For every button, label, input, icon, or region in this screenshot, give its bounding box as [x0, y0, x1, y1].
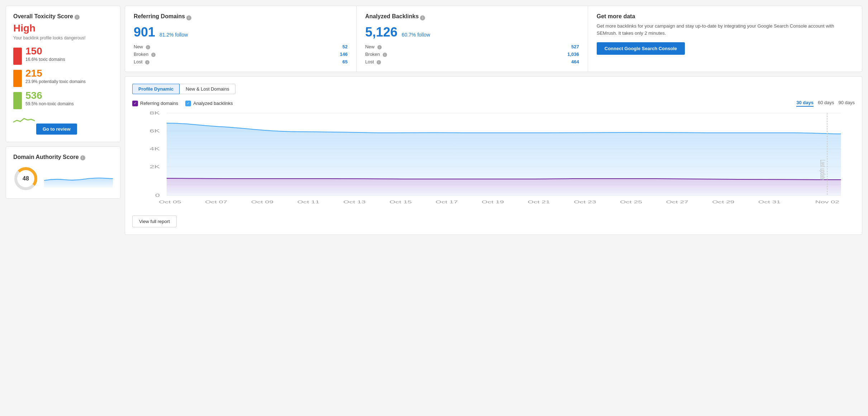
analyzed-backlinks-block: Analyzed Backlinks i 5,126 60.7% follow … [357, 6, 588, 72]
score-info-toxic: 150 16.6% toxic domains [25, 46, 65, 62]
domain-authority-card: Domain Authority Score i 48 [6, 146, 120, 199]
bar-orange [13, 70, 22, 87]
referring-lost-value: 65 [342, 59, 347, 64]
right-panel: Referring Domains i 901 81.2% follow New… [125, 6, 862, 235]
svg-text:Oct 13: Oct 13 [343, 200, 366, 204]
donut-chart: 48 [13, 166, 38, 191]
legend-checkbox-purple[interactable]: ✓ [132, 101, 138, 106]
score-desc-nontoxic: 59.5% non-toxic domains [25, 101, 74, 106]
referring-new-label: New i [134, 44, 150, 49]
analyzed-broken-row: Broken i 1,036 [365, 52, 579, 57]
domain-authority-info-icon[interactable]: i [80, 155, 85, 160]
tab-profile-dynamic[interactable]: Profile Dynamic [132, 84, 180, 94]
score-row-toxic: 150 16.6% toxic domains [13, 46, 113, 65]
wave-icon [13, 115, 35, 126]
ref-new-info[interactable]: i [146, 45, 150, 49]
chart-legend: ✓ Referring domains ✓ Analyzed backlinks [132, 101, 233, 106]
days-selector: 30 days 60 days 90 days [796, 100, 855, 107]
analyzed-backlinks-follow: 60.7% follow [402, 32, 430, 38]
tab-new-lost-domains[interactable]: New & Lost Domains [180, 84, 235, 94]
analyzed-broken-label: Broken i [365, 52, 387, 57]
purple-area [167, 178, 841, 195]
svg-text:Oct 31: Oct 31 [758, 200, 781, 204]
days-30-option[interactable]: 30 days [796, 100, 814, 107]
svg-text:Oct 11: Oct 11 [297, 200, 319, 204]
domain-authority-content: 48 [13, 166, 113, 191]
chart-card: Profile Dynamic New & Lost Domains ✓ Ref… [125, 76, 862, 235]
svg-text:Oct 27: Oct 27 [666, 200, 688, 204]
referring-new-row: New i 52 [134, 44, 348, 49]
referring-broken-label: Broken i [134, 52, 156, 57]
score-row-nontoxic: 536 59.5% non-toxic domains [13, 91, 113, 109]
toxicity-title: Overall Toxicity Score [13, 13, 73, 20]
main-container: Overall Toxicity Score i High Your backl… [6, 6, 862, 235]
svg-text:2K: 2K [150, 164, 160, 169]
chart-svg: 8K 6K 4K 2K 0 Oct 05 Oct 07 [132, 110, 855, 210]
score-bars: 150 16.6% toxic domains 215 23.9% potent… [13, 46, 113, 109]
legend-analyzed-label: Analyzed backlinks [193, 101, 233, 106]
ab-broken-info[interactable]: i [383, 53, 387, 57]
analyzed-backlinks-title: Analyzed Backlinks [365, 13, 419, 20]
score-row-potentially-toxic: 215 23.9% potentially toxic domains [13, 68, 113, 87]
svg-text:0: 0 [155, 193, 160, 198]
legend-referring-domains: ✓ Referring domains [132, 101, 178, 106]
ab-new-info[interactable]: i [377, 45, 382, 49]
ref-lost-info[interactable]: i [145, 60, 149, 64]
referring-broken-row: Broken i 146 [134, 52, 348, 57]
svg-text:Oct 21: Oct 21 [528, 200, 550, 204]
score-desc-potentially-toxic: 23.9% potentially toxic domains [25, 79, 86, 84]
days-60-option[interactable]: 60 days [818, 100, 834, 107]
svg-text:8K: 8K [150, 111, 160, 116]
legend-analyzed-backlinks: ✓ Analyzed backlinks [185, 101, 233, 106]
analyzed-broken-value: 1,036 [567, 52, 579, 57]
days-90-option[interactable]: 90 days [838, 100, 855, 107]
svg-text:Oct 07: Oct 07 [205, 200, 227, 204]
referring-lost-row: Lost i 65 [134, 59, 348, 64]
legend-checkbox-blue[interactable]: ✓ [185, 101, 191, 106]
analyzed-backlinks-info-icon[interactable]: i [420, 15, 425, 20]
score-info-potentially-toxic: 215 23.9% potentially toxic domains [25, 68, 86, 84]
get-more-description: Get more backlinks for your campaign and… [597, 23, 853, 37]
ref-broken-info[interactable]: i [151, 53, 156, 57]
chart-tabs: Profile Dynamic New & Lost Domains [132, 84, 855, 94]
view-full-report-button[interactable]: View full report [132, 216, 177, 227]
left-panel: Overall Toxicity Score i High Your backl… [6, 6, 120, 235]
domain-authority-title: Domain Authority Score [13, 154, 79, 160]
da-trend-chart [44, 170, 113, 188]
score-value-potentially-toxic: 215 [25, 68, 86, 78]
svg-text:Oct 19: Oct 19 [482, 200, 504, 204]
svg-text:4K: 4K [150, 146, 160, 151]
analyzed-new-label: New i [365, 44, 382, 49]
go-to-review-button[interactable]: Go to review [36, 124, 77, 135]
referring-domains-title: Referring Domains [134, 13, 185, 20]
referring-domains-number: 901 [134, 25, 155, 39]
referring-domains-info-icon[interactable]: i [186, 15, 191, 20]
connect-google-search-console-button[interactable]: Connect Google Search Console [597, 42, 685, 55]
referring-new-value: 52 [342, 44, 347, 49]
analyzed-lost-row: Lost i 464 [365, 59, 579, 64]
ab-lost-info[interactable]: i [377, 60, 381, 64]
analyzed-lost-label: Lost i [365, 59, 381, 64]
svg-text:Oct 29: Oct 29 [712, 200, 734, 204]
analyzed-backlinks-number: 5,126 [365, 25, 397, 39]
chart-area: 8K 6K 4K 2K 0 Oct 05 Oct 07 [132, 110, 855, 210]
toxicity-card: Overall Toxicity Score i High Your backl… [6, 6, 120, 142]
svg-text:6K: 6K [150, 129, 160, 134]
svg-text:Last update: Last update [819, 160, 827, 180]
svg-text:Nov 02: Nov 02 [815, 200, 839, 204]
legend-referring-label: Referring domains [140, 101, 178, 106]
get-more-data-block: Get more data Get more backlinks for you… [588, 6, 862, 72]
svg-text:Oct 25: Oct 25 [620, 200, 642, 204]
score-info-nontoxic: 536 59.5% non-toxic domains [25, 91, 74, 106]
top-stats-row: Referring Domains i 901 81.2% follow New… [125, 6, 862, 72]
analyzed-new-value: 527 [571, 44, 579, 49]
get-more-title: Get more data [597, 13, 853, 20]
svg-text:Oct 23: Oct 23 [574, 200, 596, 204]
score-desc-toxic: 16.6% toxic domains [25, 57, 65, 62]
bar-red [13, 48, 22, 65]
referring-lost-label: Lost i [134, 59, 149, 64]
analyzed-new-row: New i 527 [365, 44, 579, 49]
score-value-toxic: 150 [25, 46, 65, 56]
toxicity-info-icon[interactable]: i [75, 15, 80, 20]
score-value-nontoxic: 536 [25, 91, 74, 101]
